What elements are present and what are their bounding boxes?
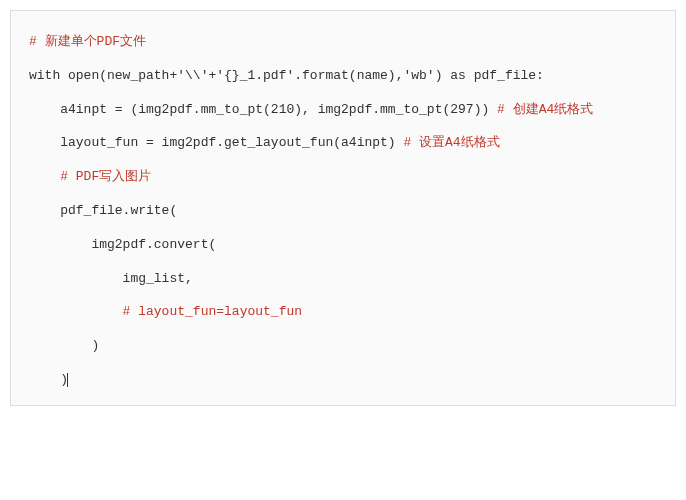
comment-text: # PDF写入图片	[29, 169, 151, 184]
code-text: )	[29, 338, 99, 353]
code-block: # 新建单个PDF文件 with open(new_path+'\\'+'{}_…	[10, 10, 676, 406]
code-line: with open(new_path+'\\'+'{}_1.pdf'.forma…	[29, 59, 657, 93]
code-line: img_list,	[29, 262, 657, 296]
code-text: )	[29, 372, 68, 387]
code-text: img_list,	[29, 271, 193, 286]
code-line: a4inpt = (img2pdf.mm_to_pt(210), img2pdf…	[29, 93, 657, 127]
code-text: with open(new_path+'\\'+'{}_1.pdf'.forma…	[29, 68, 544, 83]
comment-text: # layout_fun=layout_fun	[29, 304, 302, 319]
code-text: img2pdf.convert(	[29, 237, 216, 252]
code-text: layout_fun = img2pdf.get_layout_fun(a4in…	[29, 135, 403, 150]
code-line: # layout_fun=layout_fun	[29, 295, 657, 329]
code-line: # PDF写入图片	[29, 160, 657, 194]
text-cursor-icon	[67, 373, 68, 387]
code-line: layout_fun = img2pdf.get_layout_fun(a4in…	[29, 126, 657, 160]
code-line: )	[29, 363, 657, 397]
comment-text: # 创建A4纸格式	[497, 102, 593, 117]
code-text: pdf_file.write(	[29, 203, 177, 218]
code-line: img2pdf.convert(	[29, 228, 657, 262]
code-line: # 新建单个PDF文件	[29, 25, 657, 59]
comment-text: # 新建单个PDF文件	[29, 34, 146, 49]
comment-text: # 设置A4纸格式	[403, 135, 499, 150]
code-line: pdf_file.write(	[29, 194, 657, 228]
code-line: )	[29, 329, 657, 363]
code-text: a4inpt = (img2pdf.mm_to_pt(210), img2pdf…	[29, 102, 497, 117]
